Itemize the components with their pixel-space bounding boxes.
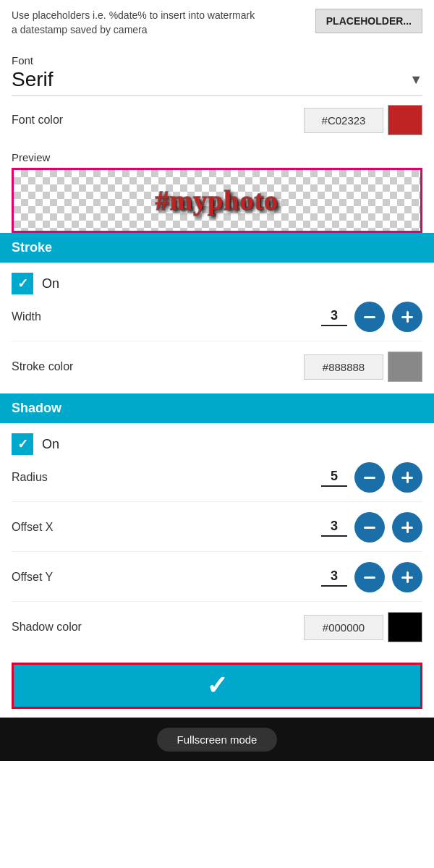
shadow-section-body: ✓ On Radius 5 Offset X 3 xyxy=(0,423,434,654)
shadow-radius-label: Radius xyxy=(12,471,48,484)
svg-rect-2 xyxy=(407,311,409,323)
stroke-width-decrement-button[interactable] xyxy=(354,302,385,332)
stroke-on-label: On xyxy=(42,276,59,292)
svg-rect-3 xyxy=(364,477,375,479)
shadow-offset-x-increment-button[interactable] xyxy=(392,512,422,542)
shadow-offset-y-value: 3 xyxy=(321,569,347,587)
shadow-color-hex[interactable]: #000000 xyxy=(304,615,383,640)
shadow-color-swatch[interactable] xyxy=(388,612,422,642)
stroke-color-swatch[interactable] xyxy=(388,352,422,382)
placeholder-button[interactable]: PLACEHOLDER... xyxy=(315,9,422,33)
stroke-color-label: Stroke color xyxy=(12,360,73,373)
stroke-toggle-checkbox[interactable]: ✓ xyxy=(12,273,33,294)
preview-text: #myphoto xyxy=(156,184,279,216)
confirm-check-icon: ✓ xyxy=(206,671,228,701)
svg-rect-8 xyxy=(407,522,409,533)
fullscreen-bar: Fullscreen mode xyxy=(0,718,434,761)
stroke-width-increment-button[interactable] xyxy=(392,302,422,332)
svg-rect-5 xyxy=(407,472,409,483)
font-dropdown-arrow-icon: ▼ xyxy=(409,72,422,88)
shadow-offset-x-decrement-button[interactable] xyxy=(354,512,385,542)
shadow-offset-y-decrement-button[interactable] xyxy=(354,562,385,592)
stroke-section-header: Stroke xyxy=(0,233,434,263)
font-dropdown[interactable]: Serif ▼ xyxy=(12,68,422,96)
svg-rect-9 xyxy=(364,576,375,579)
shadow-toggle-checkbox[interactable]: ✓ xyxy=(12,433,33,455)
shadow-section-header: Shadow xyxy=(0,393,434,423)
minus-icon xyxy=(361,308,378,326)
stroke-width-value: 3 xyxy=(321,308,347,326)
plus-icon xyxy=(399,519,416,536)
shadow-on-label: On xyxy=(42,437,59,452)
shadow-offset-x-value: 3 xyxy=(321,519,347,537)
font-color-hex[interactable]: #C02323 xyxy=(304,108,383,133)
font-label: Font xyxy=(12,54,422,67)
shadow-offset-y-label: Offset Y xyxy=(12,571,53,584)
plus-icon xyxy=(399,569,416,586)
stroke-check-icon: ✓ xyxy=(17,276,28,292)
stroke-width-label: Width xyxy=(12,310,41,323)
svg-rect-0 xyxy=(364,316,375,318)
shadow-offset-y-increment-button[interactable] xyxy=(392,562,422,592)
shadow-check-icon: ✓ xyxy=(17,436,28,452)
preview-box: #myphoto xyxy=(12,168,422,233)
placeholder-description: Use placeholders i.e. %date% to insert i… xyxy=(12,9,258,37)
preview-label: Preview xyxy=(12,151,422,163)
shadow-offset-x-label: Offset X xyxy=(12,521,54,534)
font-color-label: Font color xyxy=(12,114,63,127)
minus-icon xyxy=(361,519,378,536)
fullscreen-mode-button[interactable]: Fullscreen mode xyxy=(157,728,278,752)
svg-rect-11 xyxy=(407,571,409,583)
plus-icon xyxy=(399,469,416,486)
font-value: Serif xyxy=(12,68,54,91)
font-color-swatch[interactable] xyxy=(388,105,422,135)
minus-icon xyxy=(361,469,378,486)
plus-icon xyxy=(399,308,416,326)
svg-rect-6 xyxy=(364,527,375,529)
stroke-section-body: ✓ On Width 3 Stroke color #888888 xyxy=(0,263,434,393)
shadow-radius-decrement-button[interactable] xyxy=(354,462,385,493)
stroke-color-hex[interactable]: #888888 xyxy=(304,354,383,380)
shadow-color-label: Shadow color xyxy=(12,621,82,634)
minus-icon xyxy=(361,569,378,586)
confirm-button[interactable]: ✓ xyxy=(12,663,422,709)
shadow-radius-increment-button[interactable] xyxy=(392,462,422,493)
shadow-radius-value: 5 xyxy=(321,469,347,487)
